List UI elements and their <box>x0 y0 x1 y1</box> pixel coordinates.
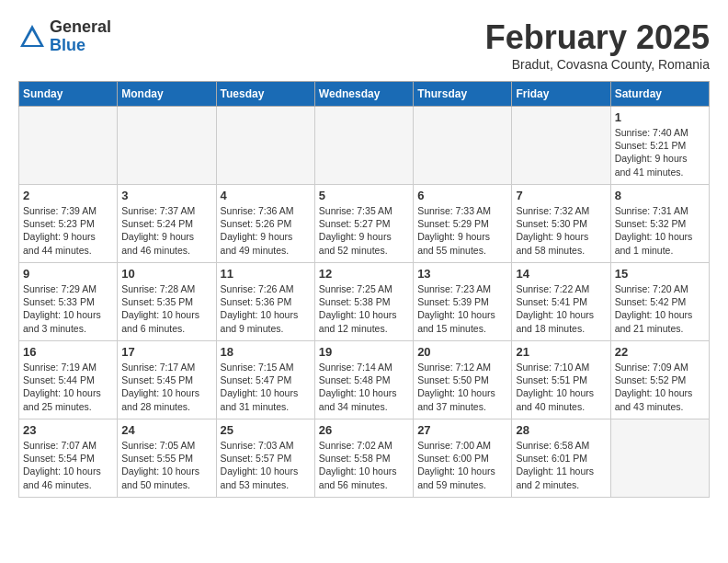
calendar-cell: 16Sunrise: 7:19 AM Sunset: 5:44 PM Dayli… <box>19 341 118 419</box>
weekday-header-friday: Friday <box>512 82 610 107</box>
day-info: Sunrise: 7:12 AM Sunset: 5:50 PM Dayligh… <box>417 361 507 413</box>
day-number: 3 <box>121 189 211 202</box>
calendar-cell: 3Sunrise: 7:37 AM Sunset: 5:24 PM Daylig… <box>118 185 216 263</box>
day-info: Sunrise: 7:35 AM Sunset: 5:27 PM Dayligh… <box>319 204 409 257</box>
day-number: 10 <box>121 267 211 281</box>
calendar-cell: 19Sunrise: 7:14 AM Sunset: 5:48 PM Dayli… <box>314 341 413 419</box>
calendar-cell: 28Sunrise: 6:58 AM Sunset: 6:01 PM Dayli… <box>512 419 610 498</box>
weekday-header-wednesday: Wednesday <box>314 82 413 107</box>
month-title: February 2025 <box>485 18 710 57</box>
day-info: Sunrise: 7:26 AM Sunset: 5:36 PM Dayligh… <box>221 282 311 335</box>
calendar-cell: 12Sunrise: 7:25 AM Sunset: 5:38 PM Dayli… <box>314 263 413 341</box>
calendar-table: SundayMondayTuesdayWednesdayThursdayFrid… <box>18 81 710 498</box>
calendar-cell: 13Sunrise: 7:23 AM Sunset: 5:39 PM Dayli… <box>414 263 512 341</box>
day-info: Sunrise: 7:14 AM Sunset: 5:48 PM Dayligh… <box>319 361 409 413</box>
day-info: Sunrise: 7:17 AM Sunset: 5:45 PM Dayligh… <box>121 361 211 413</box>
day-info: Sunrise: 7:20 AM Sunset: 5:42 PM Dayligh… <box>615 282 705 335</box>
calendar-cell: 17Sunrise: 7:17 AM Sunset: 5:45 PM Dayli… <box>118 341 216 419</box>
calendar-cell: 20Sunrise: 7:12 AM Sunset: 5:50 PM Dayli… <box>414 341 512 419</box>
day-info: Sunrise: 7:40 AM Sunset: 5:21 PM Dayligh… <box>615 126 705 178</box>
day-number: 27 <box>417 423 507 437</box>
calendar-cell: 7Sunrise: 7:32 AM Sunset: 5:30 PM Daylig… <box>512 185 610 263</box>
weekday-header-row: SundayMondayTuesdayWednesdayThursdayFrid… <box>19 82 710 107</box>
day-info: Sunrise: 7:03 AM Sunset: 5:57 PM Dayligh… <box>221 439 311 491</box>
day-info: Sunrise: 7:36 AM Sunset: 5:26 PM Dayligh… <box>221 204 311 257</box>
day-info: Sunrise: 7:29 AM Sunset: 5:33 PM Dayligh… <box>23 282 113 335</box>
calendar-cell <box>414 107 512 185</box>
week-row-4: 16Sunrise: 7:19 AM Sunset: 5:44 PM Dayli… <box>19 341 710 419</box>
calendar-cell <box>118 107 216 185</box>
calendar-cell: 14Sunrise: 7:22 AM Sunset: 5:41 PM Dayli… <box>512 263 610 341</box>
day-info: Sunrise: 7:19 AM Sunset: 5:44 PM Dayligh… <box>23 361 113 413</box>
weekday-header-sunday: Sunday <box>19 82 118 107</box>
calendar-cell: 15Sunrise: 7:20 AM Sunset: 5:42 PM Dayli… <box>610 263 709 341</box>
day-info: Sunrise: 7:15 AM Sunset: 5:47 PM Dayligh… <box>221 361 311 413</box>
day-info: Sunrise: 7:07 AM Sunset: 5:54 PM Dayligh… <box>23 439 113 491</box>
logo-text: General Blue <box>50 18 111 55</box>
day-number: 20 <box>417 345 507 359</box>
calendar-cell: 22Sunrise: 7:09 AM Sunset: 5:52 PM Dayli… <box>610 341 709 419</box>
calendar-cell: 2Sunrise: 7:39 AM Sunset: 5:23 PM Daylig… <box>19 185 118 263</box>
calendar-cell: 4Sunrise: 7:36 AM Sunset: 5:26 PM Daylig… <box>216 185 314 263</box>
day-number: 5 <box>319 189 409 202</box>
day-number: 23 <box>23 423 113 437</box>
day-number: 9 <box>23 267 113 281</box>
day-info: Sunrise: 7:05 AM Sunset: 5:55 PM Dayligh… <box>121 439 211 491</box>
day-number: 25 <box>221 423 311 437</box>
day-number: 2 <box>23 189 113 202</box>
day-number: 1 <box>615 110 705 124</box>
day-number: 22 <box>615 345 705 359</box>
day-number: 11 <box>221 267 311 281</box>
day-number: 15 <box>615 267 705 281</box>
weekday-header-thursday: Thursday <box>414 82 512 107</box>
day-number: 12 <box>319 267 409 281</box>
day-number: 18 <box>221 345 311 359</box>
week-row-3: 9Sunrise: 7:29 AM Sunset: 5:33 PM Daylig… <box>19 263 710 341</box>
title-block: February 2025 Bradut, Covasna County, Ro… <box>485 18 710 72</box>
logo: General Blue <box>18 18 111 55</box>
calendar-cell: 27Sunrise: 7:00 AM Sunset: 6:00 PM Dayli… <box>414 419 512 498</box>
calendar-cell: 6Sunrise: 7:33 AM Sunset: 5:29 PM Daylig… <box>414 185 512 263</box>
day-number: 19 <box>319 345 409 359</box>
calendar-cell: 5Sunrise: 7:35 AM Sunset: 5:27 PM Daylig… <box>314 185 413 263</box>
day-info: Sunrise: 7:00 AM Sunset: 6:00 PM Dayligh… <box>417 439 507 491</box>
calendar-cell: 11Sunrise: 7:26 AM Sunset: 5:36 PM Dayli… <box>216 263 314 341</box>
logo-blue-text: Blue <box>50 37 111 55</box>
calendar-cell: 18Sunrise: 7:15 AM Sunset: 5:47 PM Dayli… <box>216 341 314 419</box>
day-info: Sunrise: 7:39 AM Sunset: 5:23 PM Dayligh… <box>23 204 113 257</box>
day-info: Sunrise: 7:25 AM Sunset: 5:38 PM Dayligh… <box>319 282 409 335</box>
day-info: Sunrise: 7:02 AM Sunset: 5:58 PM Dayligh… <box>319 439 409 491</box>
calendar-cell <box>19 107 118 185</box>
calendar-cell: 26Sunrise: 7:02 AM Sunset: 5:58 PM Dayli… <box>314 419 413 498</box>
page-header: General Blue February 2025 Bradut, Covas… <box>18 18 710 72</box>
day-info: Sunrise: 7:31 AM Sunset: 5:32 PM Dayligh… <box>615 204 705 257</box>
day-info: Sunrise: 7:37 AM Sunset: 5:24 PM Dayligh… <box>121 204 211 257</box>
calendar-cell: 25Sunrise: 7:03 AM Sunset: 5:57 PM Dayli… <box>216 419 314 498</box>
calendar-cell: 9Sunrise: 7:29 AM Sunset: 5:33 PM Daylig… <box>19 263 118 341</box>
calendar-cell <box>610 419 709 498</box>
day-number: 4 <box>221 189 311 202</box>
weekday-header-saturday: Saturday <box>610 82 709 107</box>
day-info: Sunrise: 7:23 AM Sunset: 5:39 PM Dayligh… <box>417 282 507 335</box>
location: Bradut, Covasna County, Romania <box>485 57 710 72</box>
day-number: 26 <box>319 423 409 437</box>
calendar-cell: 21Sunrise: 7:10 AM Sunset: 5:51 PM Dayli… <box>512 341 610 419</box>
calendar-cell: 1Sunrise: 7:40 AM Sunset: 5:21 PM Daylig… <box>610 107 709 185</box>
calendar-cell: 8Sunrise: 7:31 AM Sunset: 5:32 PM Daylig… <box>610 185 709 263</box>
day-number: 14 <box>516 267 606 281</box>
day-info: Sunrise: 7:28 AM Sunset: 5:35 PM Dayligh… <box>121 282 211 335</box>
day-info: Sunrise: 7:32 AM Sunset: 5:30 PM Dayligh… <box>516 204 606 257</box>
day-info: Sunrise: 7:09 AM Sunset: 5:52 PM Dayligh… <box>615 361 705 413</box>
logo-general-text: General <box>50 18 111 37</box>
day-number: 6 <box>417 189 507 202</box>
logo-icon <box>18 23 46 51</box>
calendar-cell <box>216 107 314 185</box>
weekday-header-monday: Monday <box>118 82 216 107</box>
day-info: Sunrise: 7:33 AM Sunset: 5:29 PM Dayligh… <box>417 204 507 257</box>
calendar-cell <box>314 107 413 185</box>
calendar-cell <box>512 107 610 185</box>
day-number: 8 <box>615 189 705 202</box>
day-info: Sunrise: 7:22 AM Sunset: 5:41 PM Dayligh… <box>516 282 606 335</box>
day-number: 28 <box>516 423 606 437</box>
calendar-cell: 24Sunrise: 7:05 AM Sunset: 5:55 PM Dayli… <box>118 419 216 498</box>
